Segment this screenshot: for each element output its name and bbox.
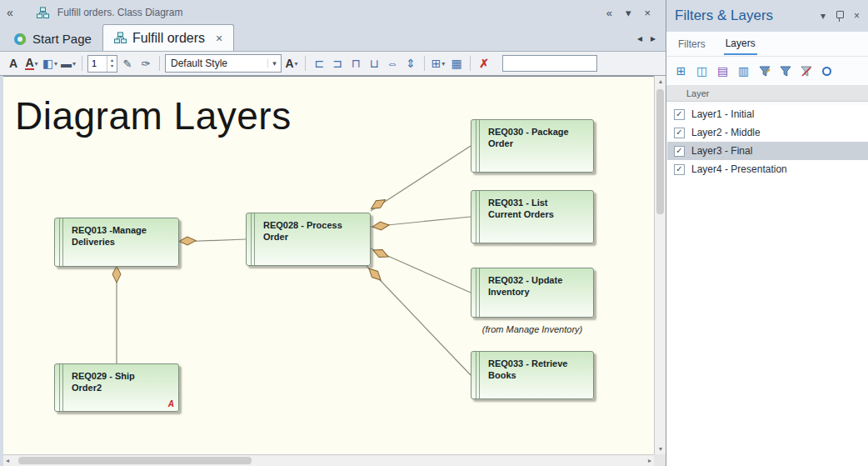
layer-checkbox[interactable]: ✓ bbox=[674, 109, 685, 120]
horizontal-scrollbar[interactable]: ◂ ▸ bbox=[3, 454, 654, 466]
line-color-button[interactable]: ▬▾ bbox=[60, 54, 77, 73]
horizontal-scrollbar-thumb[interactable] bbox=[18, 457, 252, 464]
class-diagram-icon bbox=[37, 7, 49, 19]
aggregation-diamond bbox=[372, 221, 390, 231]
spinner-arrows[interactable]: ▴▾ bbox=[107, 56, 117, 72]
layer-row-2[interactable]: ✓ Layer2 - Middle bbox=[667, 123, 868, 142]
aggregation-diamond bbox=[372, 246, 390, 260]
diagram-node-req013[interactable]: REQ013 -Manage Deliveries bbox=[54, 218, 179, 267]
toolbar-separator bbox=[470, 56, 471, 71]
toolbar-separator bbox=[159, 56, 160, 71]
layer-checkbox[interactable]: ✓ bbox=[674, 164, 685, 175]
toolbar-separator bbox=[82, 56, 82, 71]
add-layer-icon[interactable]: ⊞ bbox=[674, 64, 688, 78]
font-color-button[interactable]: A▾ bbox=[23, 54, 40, 73]
combobox-dropdown-icon[interactable]: ▾ bbox=[267, 59, 281, 68]
diagram-node-req032[interactable]: REQ032 - Update Inventory bbox=[471, 268, 594, 318]
vertical-scrollbar[interactable]: ▴ ▾ bbox=[654, 76, 666, 454]
swimlanes-matrix-button[interactable]: ▦ bbox=[448, 54, 465, 73]
layer-row-1[interactable]: ✓ Layer1 - Initial bbox=[667, 105, 868, 123]
appearance-button[interactable]: A▾ bbox=[283, 54, 300, 73]
tab-label: Fulfill orders bbox=[132, 31, 205, 46]
window-title: Fulfill orders. Class Diagram bbox=[57, 7, 183, 18]
line-width-input[interactable] bbox=[88, 56, 107, 72]
tab-label: Start Page bbox=[32, 32, 92, 46]
toolbar-separator bbox=[424, 56, 425, 71]
layer-row-3[interactable]: ✓ Layer3 - Final bbox=[667, 142, 868, 160]
node-label: REQ033 - Retrieve Books bbox=[488, 358, 567, 380]
panel-tabs: Filters Layers bbox=[666, 32, 868, 57]
scrollbar-corner bbox=[654, 454, 666, 466]
layer-row-4[interactable]: ✓ Layer4 - Presentation bbox=[667, 160, 868, 178]
from-package-annotation: (from Manage Inventory) bbox=[471, 324, 594, 334]
align-left-button[interactable]: ⊏ bbox=[311, 54, 327, 73]
line-width-spinner[interactable]: ▴▾ bbox=[87, 55, 117, 73]
pin-panel-icon[interactable] bbox=[836, 11, 844, 22]
fill-color-button[interactable]: ◧▾ bbox=[42, 54, 58, 73]
start-page-icon bbox=[13, 33, 27, 46]
diagram-node-req028[interactable]: REQ028 - Process Order bbox=[246, 213, 371, 266]
edit-filter-icon[interactable] bbox=[757, 64, 771, 78]
toolbar-separator bbox=[305, 56, 306, 71]
apply-filter-icon[interactable] bbox=[778, 64, 792, 78]
paintbrush-button[interactable]: ✑ bbox=[137, 54, 154, 73]
application-window: « Fulfill orders. Class Diagram « ▾ × St… bbox=[0, 0, 868, 466]
class-diagram-icon bbox=[114, 32, 127, 44]
layer-checkbox[interactable]: ✓ bbox=[674, 146, 685, 157]
scroll-right-icon[interactable]: ▸ bbox=[648, 457, 651, 464]
align-top-button[interactable]: ⊓ bbox=[347, 54, 364, 73]
diagram-node-req029[interactable]: REQ029 - Ship Order2A bbox=[54, 363, 179, 412]
layer-label: Layer3 - Final bbox=[691, 145, 752, 157]
scroll-left-icon[interactable]: ◂ bbox=[6, 457, 9, 464]
aggregation-diamond bbox=[112, 266, 121, 283]
layer-column-header[interactable]: Layer bbox=[666, 85, 868, 102]
quick-find-input[interactable] bbox=[502, 55, 597, 72]
collapse-left-icon[interactable]: « bbox=[7, 7, 13, 18]
diagram-node-req033[interactable]: REQ033 - Retrieve Books bbox=[471, 351, 594, 399]
style-combobox-value: Default Style bbox=[166, 58, 267, 69]
tab-start-page[interactable]: Start Page bbox=[2, 27, 102, 51]
help-icon[interactable] bbox=[820, 64, 834, 78]
aggregation-diamond bbox=[366, 265, 383, 283]
font-style-button[interactable]: A bbox=[5, 54, 22, 73]
panel-menu-icon[interactable]: ▾ bbox=[821, 10, 826, 22]
style-combobox[interactable]: Default Style ▾ bbox=[165, 54, 282, 73]
close-tab-icon[interactable]: × bbox=[216, 32, 222, 45]
scroll-up-icon[interactable]: ▴ bbox=[655, 78, 666, 85]
node-label: REQ028 - Process Order bbox=[263, 220, 342, 242]
node-label: REQ032 - Update Inventory bbox=[488, 275, 562, 297]
node-label: REQ013 -Manage Deliveries bbox=[72, 225, 147, 247]
close-panel-icon[interactable]: × bbox=[854, 10, 860, 22]
layer-checkbox[interactable]: ✓ bbox=[674, 128, 685, 138]
tab-fulfill-orders[interactable]: Fulfill orders × bbox=[102, 24, 234, 51]
diagram-node-req031[interactable]: REQ031 - List Current Orders bbox=[471, 190, 594, 243]
scroll-tabs-right-icon[interactable]: ▸ bbox=[651, 33, 656, 44]
window-menu-icon[interactable]: ▾ bbox=[626, 8, 631, 18]
edit-layer-icon[interactable]: ▤ bbox=[716, 64, 730, 78]
format-painter-button[interactable]: ✎ bbox=[119, 54, 136, 73]
panel-tab-layers[interactable]: Layers bbox=[724, 33, 757, 55]
element-marker: A bbox=[168, 398, 174, 409]
scroll-tabs-left-icon[interactable]: ◂ bbox=[637, 33, 642, 44]
remove-layer-icon[interactable]: ▥ bbox=[736, 64, 751, 78]
diagram-node-req030[interactable]: REQ030 - Package Order bbox=[471, 119, 594, 173]
layer-list: ✓ Layer1 - Initial ✓ Layer2 - Middle ✓ L… bbox=[667, 105, 868, 466]
same-height-button[interactable]: ⇕ bbox=[402, 54, 419, 73]
collapse-panel-icon[interactable]: « bbox=[606, 8, 612, 18]
panel-tab-filters[interactable]: Filters bbox=[676, 34, 707, 54]
clear-filter-icon[interactable] bbox=[799, 64, 813, 78]
align-right-button[interactable]: ⊐ bbox=[329, 54, 346, 73]
scroll-down-icon[interactable]: ▾ bbox=[655, 445, 666, 453]
panel-title: Filters & Layers bbox=[675, 8, 773, 24]
layer-label: Layer1 - Initial bbox=[691, 108, 754, 120]
layer-label: Layer4 - Presentation bbox=[691, 163, 787, 175]
delete-from-diagram-button[interactable]: ✗ bbox=[476, 54, 492, 73]
close-window-icon[interactable]: × bbox=[644, 8, 651, 18]
same-width-button[interactable]: ⇔ bbox=[384, 54, 401, 73]
align-bottom-button[interactable]: ⊔ bbox=[366, 54, 382, 73]
diagram-canvas[interactable]: Diagram Layers REQ013 -Manage Deliveries… bbox=[3, 76, 654, 454]
diagram-layout-button[interactable]: ⊞▾ bbox=[430, 54, 446, 73]
vertical-scrollbar-thumb[interactable] bbox=[656, 89, 664, 214]
copy-layer-icon[interactable]: ◫ bbox=[695, 64, 709, 78]
node-label: REQ030 - Package Order bbox=[488, 127, 569, 148]
